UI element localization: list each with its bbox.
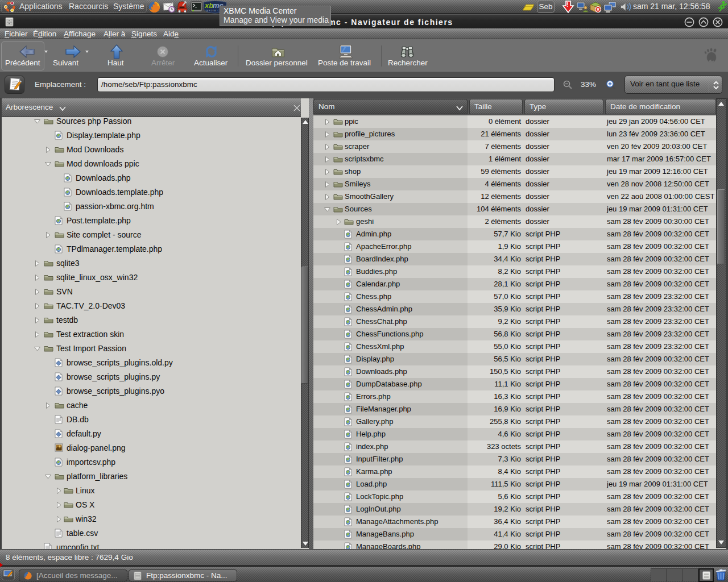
svg-text:xb: xb [204, 1, 213, 10]
svg-text:!: ! [566, 2, 568, 8]
